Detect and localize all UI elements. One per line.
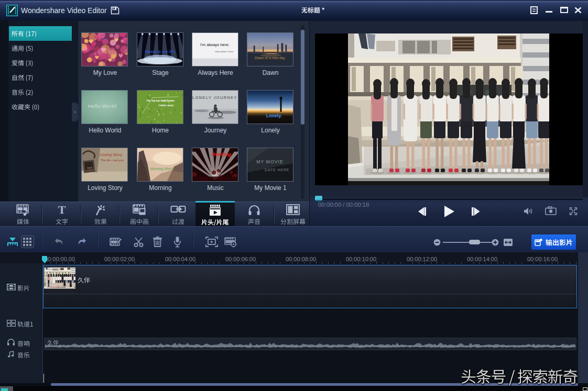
svg-text:T: T (58, 204, 66, 216)
svg-text:Dawn of a new day: Dawn of a new day (254, 56, 285, 60)
svg-text:LONELY JOURNEY: LONELY JOURNEY (192, 96, 237, 100)
svg-text:Morning World: Morning World (150, 167, 173, 171)
svg-text:Music is my life: Music is my life (145, 49, 175, 54)
svg-text:Rocking: Rocking (212, 152, 231, 157)
svg-text:Video Editor Team: Video Editor Team (214, 50, 233, 53)
svg-text:MY MOVIE: MY MOVIE (256, 159, 284, 164)
svg-text:Lonely.: Lonely. (266, 113, 281, 118)
svg-text:The life i met you: The life i met you (100, 159, 124, 162)
svg-text:I'm always here.: I'm always here. (200, 42, 229, 47)
svg-text:I miss you.: I miss you. (158, 104, 173, 107)
svg-text:DATE HERE: DATE HERE (265, 168, 289, 172)
svg-text:Loving Story: Loving Story (100, 152, 123, 157)
svg-text:I'm on my way home.: I'm on my way home. (147, 99, 175, 102)
svg-text:Hello World: Hello World (88, 103, 116, 109)
